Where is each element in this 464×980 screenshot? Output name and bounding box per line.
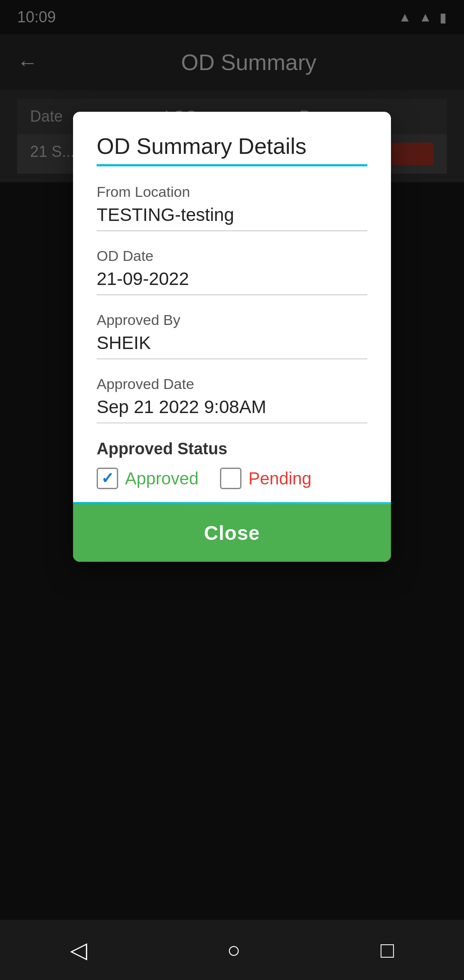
status-checkboxes: Approved Pending (97, 468, 367, 489)
approved-date-label: Approved Date (97, 376, 367, 392)
from-location-label: From Location (97, 184, 367, 200)
approved-date-group: Approved Date Sep 21 2022 9:08AM (97, 376, 367, 423)
from-location-group: From Location TESTING-testing (97, 184, 367, 231)
modal-overlay: OD Summary Details From Location TESTING… (0, 0, 464, 980)
approved-by-label: Approved By (97, 312, 367, 328)
nav-back-button[interactable]: ◁ (53, 928, 104, 971)
od-date-value: 21-09-2022 (97, 269, 367, 295)
approved-label: Approved (125, 469, 198, 488)
od-date-label: OD Date (97, 248, 367, 264)
pending-label: Pending (248, 469, 311, 488)
nav-recent-button[interactable]: □ (363, 928, 411, 971)
nav-home-button[interactable]: ○ (210, 928, 258, 971)
bottom-nav: ◁ ○ □ (0, 920, 464, 980)
pending-checkbox-item[interactable]: Pending (220, 468, 311, 489)
dialog: OD Summary Details From Location TESTING… (73, 112, 391, 562)
dialog-title-underline (97, 164, 367, 166)
approved-by-value: SHEIK (97, 333, 367, 359)
approved-checkbox[interactable] (97, 468, 118, 489)
approved-status-title: Approved Status (97, 440, 367, 458)
approved-by-group: Approved By SHEIK (97, 312, 367, 359)
dialog-content: OD Summary Details From Location TESTING… (73, 112, 391, 489)
dialog-title: OD Summary Details (97, 133, 367, 159)
close-button[interactable]: Close (73, 504, 391, 562)
approved-status-section: Approved Status Approved Pending (97, 440, 367, 489)
od-date-group: OD Date 21-09-2022 (97, 248, 367, 295)
pending-checkbox[interactable] (220, 468, 241, 489)
approved-date-value: Sep 21 2022 9:08AM (97, 397, 367, 423)
from-location-value: TESTING-testing (97, 205, 367, 231)
approved-checkbox-item[interactable]: Approved (97, 468, 198, 489)
